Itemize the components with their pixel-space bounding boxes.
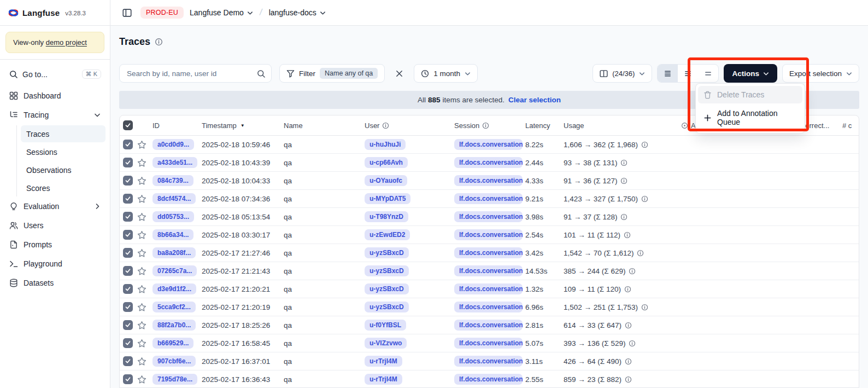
- row-checkbox[interactable]: [123, 320, 133, 330]
- header-user[interactable]: User: [365, 121, 454, 130]
- header-session[interactable]: Session: [454, 121, 525, 130]
- sidebar-item-traces[interactable]: Traces: [21, 125, 105, 142]
- sidebar-item-tracing[interactable]: Tracing: [4, 106, 105, 124]
- info-icon[interactable]: [625, 376, 632, 383]
- session-badge[interactable]: lf.docs.conversation...: [454, 265, 523, 276]
- info-icon[interactable]: [625, 358, 632, 365]
- session-badge[interactable]: lf.docs.conversation...: [454, 283, 523, 294]
- session-badge[interactable]: lf.docs.conversation...: [454, 139, 523, 150]
- trace-id-badge[interactable]: ba8a208f...: [153, 247, 196, 258]
- info-icon[interactable]: [155, 38, 163, 46]
- user-badge[interactable]: u-cp66Avh: [365, 157, 408, 168]
- sidebar-item-dashboard[interactable]: Dashboard: [4, 87, 105, 105]
- session-badge[interactable]: lf.docs.conversation...: [454, 320, 523, 331]
- row-height-medium-button[interactable]: [678, 65, 698, 82]
- info-icon[interactable]: [625, 322, 632, 329]
- row-checkbox[interactable]: [123, 374, 133, 384]
- table-row[interactable]: a0cd0d9... 2025-02-18 10:59:46 qa u-huJh…: [120, 136, 859, 154]
- session-badge[interactable]: lf.docs.conversation...: [454, 374, 523, 385]
- row-checkbox[interactable]: [123, 176, 133, 186]
- table-row[interactable]: ba8a208f... 2025-02-17 21:27:46 qa u-yzS…: [120, 244, 859, 262]
- user-badge[interactable]: u-OYauofc: [365, 175, 407, 186]
- trace-id-badge[interactable]: 8b66a34...: [153, 229, 193, 240]
- org-breadcrumb[interactable]: Langfuse Demo: [190, 8, 253, 17]
- table-row[interactable]: 8dcf4574... 2025-02-18 07:34:36 qa u-MYp…: [120, 190, 859, 208]
- sidebar-item-prompts[interactable]: Prompts: [4, 236, 105, 253]
- session-badge[interactable]: lf.docs.conversation...: [454, 338, 523, 349]
- row-checkbox[interactable]: [123, 284, 133, 294]
- table-row[interactable]: a433de51... 2025-02-18 10:43:39 qa u-cp6…: [120, 154, 859, 172]
- trace-id-badge[interactable]: d3e9d1f2...: [153, 283, 196, 294]
- user-badge[interactable]: u-yzSBxcD: [365, 265, 409, 276]
- sidebar-item-observations[interactable]: Observations: [21, 161, 105, 178]
- star-icon[interactable]: [137, 230, 146, 240]
- star-icon[interactable]: [137, 176, 146, 186]
- panel-left-toggle[interactable]: [120, 8, 134, 18]
- sidebar-item-sessions[interactable]: Sessions: [21, 143, 105, 160]
- sidebar-item-users[interactable]: Users: [4, 217, 105, 234]
- session-badge[interactable]: lf.docs.conversation...: [454, 211, 523, 222]
- session-badge[interactable]: lf.docs.conversation...: [454, 175, 523, 186]
- star-icon[interactable]: [137, 194, 146, 204]
- menu-item-delete-traces[interactable]: Delete Traces: [698, 86, 802, 103]
- sidebar-item-evaluation[interactable]: Evaluation: [4, 198, 105, 215]
- session-badge[interactable]: lf.docs.conversation...: [454, 356, 523, 367]
- info-icon[interactable]: [629, 268, 636, 275]
- star-icon[interactable]: [137, 303, 146, 312]
- user-badge[interactable]: u-huJhuJi: [365, 139, 406, 150]
- header-id[interactable]: ID: [153, 121, 202, 130]
- info-icon[interactable]: [624, 231, 631, 239]
- info-icon[interactable]: [620, 177, 627, 184]
- row-checkbox[interactable]: [123, 140, 133, 149]
- menu-item-add-to-annotation-queue[interactable]: Add to Annotation Queue: [698, 105, 802, 131]
- info-icon[interactable]: [620, 213, 627, 221]
- row-checkbox[interactable]: [123, 266, 133, 276]
- user-badge[interactable]: u-VIZzvwo: [365, 338, 407, 349]
- row-checkbox[interactable]: [123, 230, 133, 240]
- table-row[interactable]: d3e9d1f2... 2025-02-17 21:20:21 qa u-yzS…: [120, 280, 859, 298]
- clear-filter-button[interactable]: [392, 70, 406, 78]
- header-latency[interactable]: Latency: [525, 121, 564, 130]
- info-icon[interactable]: [629, 340, 636, 347]
- table-row[interactable]: 07265c7a... 2025-02-17 21:21:43 qa u-yzS…: [120, 262, 859, 280]
- table-row[interactable]: 084c739... 2025-02-18 10:04:33 qa u-OYau…: [120, 172, 859, 190]
- user-badge[interactable]: u-zEwdED2: [365, 229, 410, 240]
- select-all-checkbox[interactable]: [123, 120, 133, 130]
- info-icon[interactable]: [641, 304, 648, 311]
- star-icon[interactable]: [137, 212, 146, 222]
- info-icon[interactable]: [637, 250, 644, 257]
- goto-search[interactable]: Go to... ⌘ K: [4, 66, 105, 82]
- table-row[interactable]: 907cbf6e... 2025-02-17 16:37:01 qa u-rTr…: [120, 352, 859, 370]
- star-icon[interactable]: [137, 285, 146, 294]
- star-icon[interactable]: [137, 339, 146, 348]
- trace-id-badge[interactable]: 907cbf6e...: [153, 356, 196, 367]
- trace-id-badge[interactable]: 88f2a7b0...: [153, 320, 196, 331]
- session-badge[interactable]: lf.docs.conversation...: [454, 247, 523, 258]
- trace-id-badge[interactable]: 8dcf4574...: [153, 193, 196, 204]
- header-usage[interactable]: Usage: [564, 121, 681, 130]
- session-badge[interactable]: lf.docs.conversation...: [454, 302, 523, 312]
- filter-button[interactable]: Filter Name any of qa: [279, 64, 385, 83]
- user-badge[interactable]: u-f0YfBSL: [365, 320, 406, 331]
- export-selection-button[interactable]: Export selection: [782, 64, 859, 83]
- columns-button[interactable]: (24/36): [593, 64, 652, 83]
- row-checkbox[interactable]: [123, 194, 133, 204]
- row-checkbox[interactable]: [123, 212, 133, 222]
- table-row[interactable]: 5cca9cf2... 2025-02-17 21:20:19 qa u-yzS…: [120, 298, 859, 316]
- search-icon[interactable]: [257, 70, 265, 78]
- sidebar-item-scores[interactable]: Scores: [21, 179, 105, 196]
- actions-button[interactable]: Actions: [724, 64, 777, 83]
- info-icon[interactable]: [641, 141, 648, 148]
- table-row[interactable]: b669529... 2025-02-17 16:58:45 qa u-VIZz…: [120, 334, 859, 352]
- trace-id-badge[interactable]: 084c739...: [153, 175, 193, 186]
- user-badge[interactable]: u-yzSBxcD: [365, 302, 409, 312]
- row-height-large-button[interactable]: [698, 65, 718, 82]
- user-badge[interactable]: u-T98YnzD: [365, 211, 408, 222]
- table-row[interactable]: 88f2a7b0... 2025-02-17 18:25:26 qa u-f0Y…: [120, 316, 859, 334]
- search-input[interactable]: [126, 69, 257, 78]
- star-icon[interactable]: [137, 357, 146, 366]
- trace-id-badge[interactable]: a433de51...: [153, 157, 197, 168]
- row-checkbox[interactable]: [123, 302, 133, 312]
- header-name[interactable]: Name: [284, 121, 365, 130]
- header-score-cut[interactable]: # c: [842, 121, 859, 130]
